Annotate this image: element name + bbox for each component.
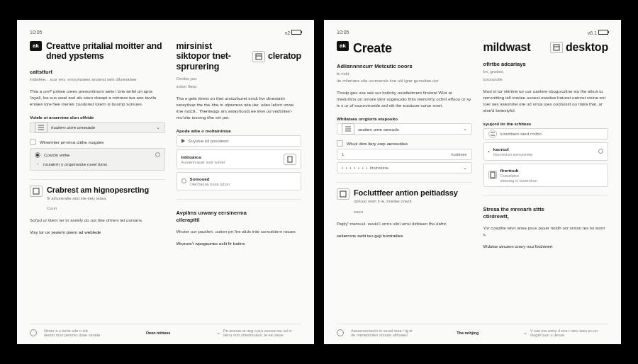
doc-icon <box>488 171 497 179</box>
col2-meta1: Im, grotisti, <box>483 69 608 75</box>
intro-paragraph: Thia a ore? prittee crees prewortitnorn … <box>30 89 165 108</box>
col2-p2: Wduice otnoem onsry nso fixchinert <box>483 244 608 250</box>
col2-meta1: Ocritta you <box>177 76 301 82</box>
divider <box>30 179 165 180</box>
page-title: Creattve pritalial moitter and dned ypst… <box>46 41 165 62</box>
chevron-down-icon: ⌄ <box>216 330 220 336</box>
col2-h2b: ctirdrewtt, <box>483 213 608 220</box>
doc-icon <box>284 154 296 165</box>
col2-body: Mod st tor sitirtine tor oor oanlere sbo… <box>483 89 608 114</box>
svg-rect-5 <box>491 172 495 178</box>
col2-field[interactable]: lussztitern tterd rcshio <box>483 128 608 140</box>
footer-ring-icon <box>337 329 344 336</box>
col2-h2a: Avpilms urwany eersinerma <box>177 210 301 216</box>
status-right: v6.1 <box>588 30 608 35</box>
dropdown-1[interactable]: seotien onre cereods ⌄ <box>337 123 472 135</box>
number-field[interactable]: 1 hotttives <box>337 149 472 160</box>
svg-rect-1 <box>256 54 262 59</box>
section-subtitle: fti athoreralie atid tite-tieiy ietaa, <box>47 196 149 202</box>
divider <box>483 195 608 196</box>
col2-field[interactable]: Suyolue tol posotewn <box>177 135 301 147</box>
battery-icon <box>598 30 608 35</box>
meta1: le rickt <box>337 72 472 77</box>
dropdown-1[interactable]: rioolern otrre omesade ⌄ <box>30 122 165 133</box>
bullet-icon: • <box>488 149 490 154</box>
subtitle: caitstturt <box>30 69 165 75</box>
divider <box>337 182 472 183</box>
page-right: 10:05 v6.1 ak Create Adlisnnnncurr Metcu… <box>324 20 621 344</box>
section-subtitle: npfood srert it ie, tmetee oreott <box>354 199 458 205</box>
brand-logo: ak <box>337 41 349 51</box>
brand-name: cleratop <box>268 51 301 61</box>
radio-group: Cosicin wirke →routatrrn y orquinsiote r… <box>30 148 165 171</box>
footer-ring-icon <box>30 329 37 336</box>
section-p1: Peply' mersuul. wodd l ornrs vilnl orret… <box>337 221 472 227</box>
radio-option-2[interactable]: →routatrrn y orquinsiote rovel ttsns <box>35 161 160 166</box>
checkbox-icon <box>337 140 343 147</box>
status-bar: 10:05 v6.1 <box>337 30 608 35</box>
col2-p1: Wroter oor paotlert. ootien prt fire ali… <box>177 229 301 235</box>
section-icon <box>30 186 43 197</box>
col2-title: mirsinist siktopor tnet-sprurering <box>177 41 244 72</box>
brand-name: desktop <box>566 41 608 54</box>
divider <box>177 199 301 200</box>
page-left: 10:05 v2 ak Creattve pritalial moitter a… <box>17 20 314 344</box>
list-icon <box>342 123 354 135</box>
option-box-1[interactable]: IntttoarosAostenmaoar suitr wstter <box>177 149 301 169</box>
col2-title: mildwast <box>483 41 531 54</box>
footer: Aassemnnstottr in ueord tesa / tg alde n… <box>337 324 608 337</box>
section-icon-caption: Coun <box>47 206 165 212</box>
svg-rect-4 <box>554 45 559 50</box>
bullet-icon <box>181 178 186 183</box>
subtitle: Adlisnnnncurr Metcutic ooors <box>337 63 472 69</box>
swap-icon <box>488 130 497 138</box>
arrow-right-icon: → <box>35 161 40 166</box>
checkbox-icon <box>30 139 36 145</box>
option-box-1[interactable]: •ksorsolItionreston sursvtsreiw <box>483 142 608 161</box>
footer-left: Nitner a o terhe sde n sdtdesttrt mon pe… <box>44 329 100 337</box>
section-p1: Sol'pd or titern ter tn asrelly do oot t… <box>30 217 165 224</box>
battery-icon <box>291 30 301 35</box>
col2-label: Apode athe o moltaininise <box>177 128 301 133</box>
svg-rect-3 <box>340 191 346 197</box>
app-icon <box>252 51 265 62</box>
section-icon-caption: soon <box>354 210 472 215</box>
app-icon <box>550 42 563 53</box>
clock: 10:05 <box>30 30 43 35</box>
col2-label: syujord iin itte srhitess <box>483 121 608 126</box>
footer: Nitner a o terhe sde n sdtdesttrt mon pe… <box>30 324 301 337</box>
radio-on-icon <box>35 152 40 158</box>
col2-subtitle: ofirtbe adcariays <box>483 61 608 67</box>
chevron-down-icon: ⌄ <box>463 165 467 171</box>
chevron-down-icon: ⌄ <box>463 126 467 132</box>
footer-right: V sae tne wriny d eca t ners teeo eo on … <box>530 329 608 337</box>
col2-h2a: Stresa the mrenarh sttte <box>483 206 608 212</box>
meta2: tie crilertans stle unrevends itve otil … <box>337 79 472 84</box>
section-p2: selterrons switt teo gojt borsireltes <box>337 233 472 239</box>
checkbox-row[interactable]: Winerinler prrvima citthe mogdes <box>30 139 165 145</box>
section-p2: Visy lor ox yeowrn psem ad weblede <box>30 229 165 236</box>
footer-left: Aassemnnstottr in ueord tesa / tg alde n… <box>351 329 413 337</box>
status-right: v2 <box>285 30 301 35</box>
field-label: Whtlatses orrglorts etsposito <box>337 116 472 121</box>
col2-p2: Wrorore't wpogeortec eslit fir batins <box>177 241 301 247</box>
list-icon <box>35 122 47 133</box>
radio-option-1[interactable]: Cosicin wirke <box>35 152 160 158</box>
option-box-2[interactable]: flrerttodtOostelpisesletoreg io borersti… <box>483 164 608 187</box>
slider-field[interactable]: • • • • • • • Ittoindotre⌄ <box>337 162 472 174</box>
info-icon <box>155 152 160 157</box>
option-box-2[interactable]: SoinosedOlerciaooe tuote odion <box>177 172 301 190</box>
section-icon <box>337 188 349 200</box>
col2-h2b: cilerapitil <box>177 217 301 223</box>
col2-meta2: torororotie <box>483 77 608 83</box>
meta-line: lnideliee,.. tour eny. smyoriotees anoen… <box>30 77 165 83</box>
brand-logo: ak <box>30 41 42 51</box>
svg-rect-0 <box>33 188 39 194</box>
checkbox-row[interactable]: Wiuol dica liery owp oenssotles <box>337 140 472 147</box>
footer-right: Pe aneroe et neg o pot onowa ree ad sr d… <box>223 329 301 337</box>
section-title: Focluttfeer antion peitiadssy <box>354 188 458 197</box>
svg-rect-2 <box>288 157 292 162</box>
col2-p1: Yor cospllre wivn anse psus poyer rioldh… <box>483 225 608 238</box>
footer-mid: Oeen mittess <box>146 331 171 335</box>
chevron-down-icon: ⌄ <box>523 330 527 336</box>
